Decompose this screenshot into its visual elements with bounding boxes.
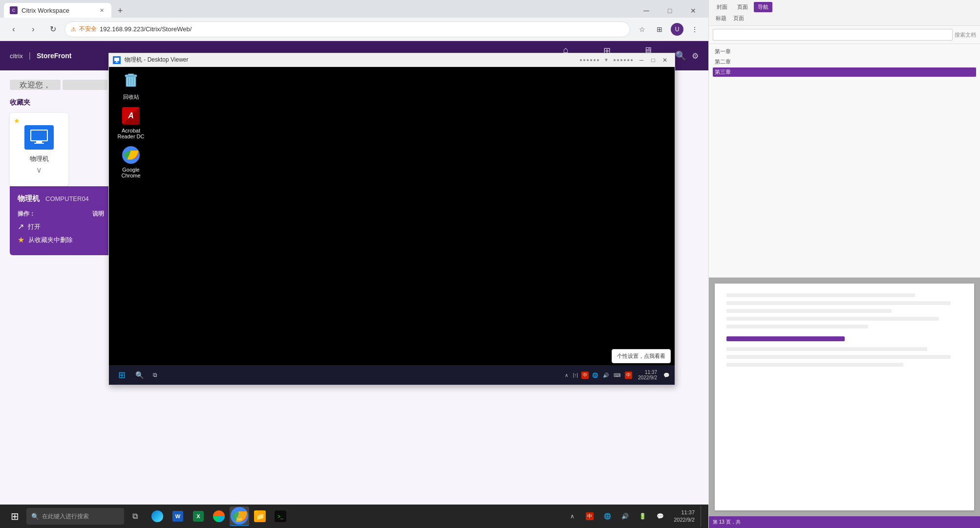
dot8 [617, 59, 619, 61]
show-desktop-button[interactable] [701, 506, 704, 527]
minimize-button[interactable]: ─ [635, 4, 658, 18]
browser-tab-citrix[interactable]: C Citrix Workspace ✕ [4, 3, 111, 18]
nav-item-chapter3[interactable]: 第三章 [713, 67, 976, 77]
profile-button[interactable]: U [669, 22, 685, 37]
dv-maximize-button[interactable]: □ [647, 54, 659, 66]
doc-line8 [726, 363, 903, 367]
acrobat-icon-image: A [121, 106, 141, 126]
vd-clock: 11:37 2022/9/2 [635, 370, 660, 380]
ime-zh-indicator: 中 [586, 512, 594, 520]
expand-icon[interactable]: ∨ [36, 165, 42, 175]
vd-taskview-button[interactable]: ⧉ [148, 368, 162, 382]
card-label-physical: 物理机 [30, 154, 49, 163]
action-open[interactable]: ↗ 打开 [18, 222, 73, 231]
vd-clock-date: 2022/9/2 [638, 375, 657, 380]
vd-notification-button[interactable]: 💬 [662, 373, 671, 378]
recycle-bin-svg [122, 73, 140, 90]
open-label: 打开 [28, 222, 41, 231]
taskbar-app-edge[interactable] [148, 506, 167, 526]
tray-network[interactable]: 🌐 [599, 508, 615, 524]
task-view-button[interactable]: ⧉ [125, 506, 145, 526]
tray-battery[interactable]: 🔋 [635, 508, 650, 524]
tray-volume[interactable]: 🔊 [617, 508, 633, 524]
windows-icon: ⊞ [11, 510, 19, 522]
url-text: 192.168.99.223/Citrix/StoreWeb/ [100, 25, 192, 33]
dv-toolbar: ▼ [577, 57, 636, 63]
maximize-button[interactable]: □ [659, 4, 681, 18]
security-warning: 不安全 [79, 25, 97, 33]
vd-tray-arrow[interactable]: ∧ [563, 373, 570, 378]
extension-icon[interactable]: ⊞ [652, 22, 667, 37]
taskbar-app-photos[interactable] [209, 506, 229, 526]
start-button[interactable]: ⊞ [4, 506, 25, 527]
tab-close-button[interactable]: ✕ [98, 6, 106, 14]
ribbon-tool-heading[interactable]: 标题 [713, 13, 729, 23]
vd-notification-popup: 个性设置，点我看看 [612, 349, 671, 363]
new-tab-button[interactable]: + [113, 4, 127, 18]
recycle-bin-desktop-icon[interactable]: 回收站 [114, 72, 148, 101]
dot7 [614, 59, 616, 61]
address-bar[interactable]: ⚠ 不安全 192.168.99.223/Citrix/StoreWeb/ [64, 22, 630, 37]
nav-item-chapter2[interactable]: 第二章 [713, 57, 976, 66]
citrix-label: citrix [10, 52, 23, 60]
action-remove-favorite[interactable]: ★ 从收藏夹中删除 [18, 235, 73, 244]
dot6 [597, 59, 599, 61]
favorite-card-physical[interactable]: ★ 物理机 ∨ [10, 113, 68, 186]
back-button[interactable]: ‹ [6, 22, 21, 37]
computer-icon [24, 125, 54, 150]
settings-icon[interactable]: ⋮ [687, 22, 703, 37]
ribbon-tab-nav[interactable]: 导航 [754, 2, 772, 12]
dv-desktop-content: 回收站 A Acrobat Reader DC [109, 67, 675, 385]
tray-ime-zh[interactable]: 中 [582, 508, 597, 524]
word-status-bar: 第 13 页，共 [709, 516, 980, 528]
clock-time: 11:37 [674, 509, 695, 516]
acrobat-reader-desktop-icon[interactable]: A Acrobat Reader DC [114, 106, 148, 139]
ribbon-tab-page[interactable]: 页面 [733, 2, 752, 12]
doc-line3 [726, 309, 892, 313]
windows-taskbar: ⊞ 🔍 在此键入进行搜索 ⧉ W X [0, 505, 708, 528]
ribbon-tool-page[interactable]: 页面 [730, 13, 747, 23]
search-placeholder: 在此键入进行搜索 [42, 512, 89, 521]
monitor-svg [29, 129, 49, 146]
bookmark-icon[interactable]: ☆ [634, 22, 650, 37]
taskbar-app-explorer[interactable]: 📁 [250, 506, 270, 526]
tray-expand-button[interactable]: ∧ [564, 508, 580, 524]
taskbar-app-chrome[interactable] [230, 506, 249, 526]
pinned-apps: W X 📁 >_ [148, 506, 290, 526]
windows-search[interactable]: 🔍 在此键入进行搜索 [26, 508, 124, 525]
dv-minimize-button[interactable]: ─ [636, 54, 647, 66]
forward-button[interactable]: › [25, 22, 41, 37]
taskbar-app-word[interactable]: W [168, 506, 188, 526]
vd-start-button[interactable]: ⊞ [113, 366, 130, 384]
svg-rect-9 [116, 61, 117, 62]
favorite-star-icon: ★ [14, 117, 20, 125]
svg-rect-13 [128, 74, 134, 76]
taskbar-app-excel[interactable]: X [189, 506, 208, 526]
close-button[interactable]: ✕ [682, 4, 704, 18]
ribbon-tab-cover[interactable]: 封面 [713, 2, 731, 12]
google-chrome-desktop-icon[interactable]: Google Chrome [114, 145, 148, 178]
nav-search-input[interactable] [713, 29, 953, 41]
dot9 [620, 59, 622, 61]
svg-rect-2 [36, 141, 42, 143]
ribbon-row: 封面 页面 导航 [713, 2, 976, 12]
excel-icon: X [193, 511, 204, 522]
dot3 [587, 59, 589, 61]
recycle-bin-image [121, 72, 141, 91]
dv-titlebar: 物理机 - Desktop Viewer ▼ ─ □ [109, 53, 675, 67]
virtual-desktop-taskbar: ⊞ 🔍 ⧉ ∧ |↑| 中 🌐 🔊 ⌨ 中 11:37 2022/9/2 💬 [109, 365, 675, 385]
word-ribbon: 封面 页面 导航 标题 页面 [709, 0, 980, 26]
ribbon-tools: 标题 页面 [713, 13, 976, 23]
word-doc-area [709, 278, 980, 517]
sf-settings-button[interactable]: ⚙ [692, 51, 699, 61]
tray-notifications[interactable]: 💬 [652, 508, 668, 524]
dv-close-button[interactable]: ✕ [659, 54, 671, 66]
reload-button[interactable]: ↻ [45, 22, 61, 37]
desktop-viewer-window: 物理机 - Desktop Viewer ▼ ─ □ [108, 53, 675, 385]
vd-search-button[interactable]: 🔍 [132, 368, 146, 382]
nav-item-chapter1[interactable]: 第一章 [713, 47, 976, 56]
vd-tray-network: 🌐 [591, 373, 599, 378]
taskbar-app-terminal[interactable]: >_ [271, 506, 290, 526]
vd-tray-volume: 🔊 [601, 373, 610, 378]
sf-search-button[interactable]: 🔍 [675, 50, 686, 61]
